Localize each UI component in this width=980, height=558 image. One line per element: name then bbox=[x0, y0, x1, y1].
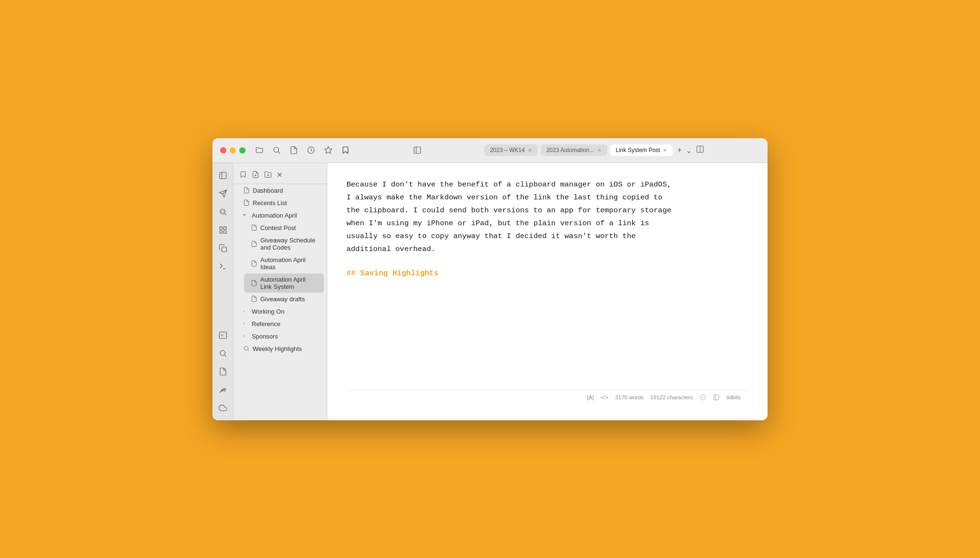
code-icon[interactable] bbox=[214, 327, 232, 344]
status-code: </> bbox=[601, 394, 609, 400]
svg-rect-3 bbox=[414, 147, 421, 153]
tab-actions: + ⌄ bbox=[677, 145, 704, 155]
characters-label: 19122 characters bbox=[650, 394, 693, 400]
status-mode: [A] bbox=[587, 394, 594, 400]
status-check bbox=[700, 394, 706, 401]
titlebar: 2023 – WK14 ✕ 2023 Automation... ✕ Link … bbox=[212, 138, 768, 163]
traffic-lights bbox=[220, 147, 245, 153]
svg-point-11 bbox=[220, 209, 225, 214]
close-button[interactable] bbox=[220, 147, 226, 153]
tab-overflow-button[interactable]: ⌄ bbox=[686, 146, 692, 155]
recents-label: Recents List bbox=[253, 199, 287, 207]
weekly-highlights-label: Weekly Highlights bbox=[253, 345, 302, 352]
tab-automation-label: 2023 Automation... bbox=[546, 147, 594, 153]
sidebar-toggle-icon[interactable] bbox=[413, 146, 422, 154]
svg-point-27 bbox=[244, 346, 248, 350]
tab-link-system-close[interactable]: ✕ bbox=[663, 147, 667, 153]
recent-icon[interactable] bbox=[307, 146, 315, 154]
new-doc-icon[interactable] bbox=[290, 146, 298, 154]
add-doc-icon[interactable] bbox=[252, 171, 259, 180]
words-label: 3170 words bbox=[615, 394, 644, 400]
sidebar-nav: ✕ Dashboard Recents List ▾ Automati bbox=[234, 163, 327, 420]
content-area[interactable]: Because I don't have the benefit of a cl… bbox=[327, 163, 768, 420]
app-window: 2023 – WK14 ✕ 2023 Automation... ✕ Link … bbox=[212, 138, 768, 420]
nav-item-weekly-highlights[interactable]: Weekly Highlights bbox=[236, 343, 324, 355]
terminal-icon[interactable] bbox=[214, 258, 232, 275]
image-search-icon[interactable] bbox=[214, 203, 232, 220]
cloud-icon[interactable] bbox=[214, 399, 232, 416]
chevron-down-icon: ▾ bbox=[243, 212, 249, 218]
minimize-button[interactable] bbox=[230, 147, 236, 153]
split-view-button[interactable] bbox=[696, 145, 704, 155]
maximize-button[interactable] bbox=[239, 147, 245, 153]
bookmark-icon[interactable] bbox=[341, 146, 350, 154]
nav-item-recents[interactable]: Recents List bbox=[236, 197, 324, 209]
sidebar-toggle-button[interactable] bbox=[214, 167, 232, 184]
heading-prefix: ## bbox=[346, 269, 360, 278]
leaf-icon[interactable] bbox=[214, 381, 232, 398]
nav-group-working-on[interactable]: › Working On bbox=[236, 306, 324, 317]
new-tab-button[interactable]: + bbox=[677, 146, 681, 154]
chevron-right-icon-2: › bbox=[243, 321, 249, 327]
contest-post-label: Contest Post bbox=[260, 224, 296, 231]
copy-icon[interactable] bbox=[214, 240, 232, 257]
mode-label: [A] bbox=[587, 394, 594, 400]
nav-group-automation-april[interactable]: ▾ Automation April bbox=[236, 209, 324, 221]
automation-ideas-label: Automation April Ideas bbox=[260, 256, 317, 271]
tab-link-system[interactable]: Link System Post ✕ bbox=[610, 144, 673, 156]
svg-marker-2 bbox=[325, 147, 332, 153]
nav-item-giveaway-drafts[interactable]: Giveaway drafts bbox=[244, 293, 324, 305]
doc-icon[interactable] bbox=[214, 363, 232, 380]
nav-item-link-system[interactable]: Automation April Link System bbox=[244, 274, 324, 293]
sidebar-nav-toolbar: ✕ bbox=[234, 167, 327, 184]
tab-automation-close[interactable]: ✕ bbox=[597, 147, 601, 153]
svg-rect-15 bbox=[220, 230, 222, 233]
svg-rect-14 bbox=[223, 227, 226, 229]
content-paragraph: Because I don't have the benefit of a cl… bbox=[346, 178, 672, 256]
heading-text: Saving Highlights bbox=[360, 269, 438, 278]
svg-rect-29 bbox=[714, 395, 719, 400]
main-area: ✕ Dashboard Recents List ▾ Automati bbox=[212, 163, 768, 420]
nav-group-automation-april-children: Contest Post Giveaway Schedule and Codes… bbox=[234, 222, 327, 305]
search-sidebar-icon[interactable] bbox=[214, 345, 232, 362]
sidebar-icon-strip bbox=[212, 163, 234, 420]
sponsors-label: Sponsors bbox=[252, 333, 278, 340]
reference-label: Reference bbox=[252, 320, 280, 328]
code-label: </> bbox=[601, 394, 609, 400]
star-icon[interactable] bbox=[324, 146, 333, 154]
nav-item-giveaway-schedule[interactable]: Giveaway Schedule and Codes bbox=[244, 234, 324, 253]
status-bar: [A] </> 3170 words 19122 characters bbox=[346, 390, 748, 405]
nav-item-automation-ideas[interactable]: Automation April Ideas bbox=[244, 254, 324, 273]
add-folder-icon[interactable] bbox=[264, 171, 272, 180]
giveaway-schedule-label: Giveaway Schedule and Codes bbox=[260, 237, 317, 251]
svg-rect-7 bbox=[220, 172, 226, 179]
grid-icon[interactable] bbox=[214, 221, 232, 239]
search-icon[interactable] bbox=[272, 146, 281, 154]
status-workspace: tidbits bbox=[726, 394, 741, 400]
close-sidebar-icon[interactable]: ✕ bbox=[277, 171, 283, 179]
status-words: 3170 words bbox=[615, 394, 644, 400]
nav-item-dashboard[interactable]: Dashboard bbox=[236, 185, 324, 197]
svg-rect-16 bbox=[223, 230, 226, 233]
svg-point-22 bbox=[220, 350, 225, 356]
workspace-label: tidbits bbox=[726, 394, 741, 400]
nav-group-reference[interactable]: › Reference bbox=[236, 318, 324, 330]
folder-icon[interactable] bbox=[255, 146, 264, 154]
content-heading: ## Saving Highlights bbox=[346, 269, 748, 278]
nav-item-contest-post[interactable]: Contest Post bbox=[244, 222, 324, 234]
send-icon[interactable] bbox=[214, 185, 232, 202]
nav-group-sponsors[interactable]: › Sponsors bbox=[236, 330, 324, 342]
tab-wk14-close[interactable]: ✕ bbox=[528, 147, 532, 153]
automation-april-label: Automation April bbox=[252, 212, 297, 219]
dashboard-label: Dashboard bbox=[253, 187, 283, 194]
tab-wk14[interactable]: 2023 – WK14 ✕ bbox=[484, 144, 538, 156]
tab-automation[interactable]: 2023 Automation... ✕ bbox=[541, 144, 607, 156]
sidebar: ✕ Dashboard Recents List ▾ Automati bbox=[212, 163, 327, 420]
bookmark-nav-icon[interactable] bbox=[239, 171, 247, 180]
tab-wk14-label: 2023 – WK14 bbox=[490, 147, 525, 153]
svg-rect-13 bbox=[220, 227, 222, 229]
svg-rect-17 bbox=[222, 247, 226, 252]
sidebar-content: ✕ Dashboard Recents List ▾ Automati bbox=[212, 163, 327, 420]
tabs-area: 2023 – WK14 ✕ 2023 Automation... ✕ Link … bbox=[427, 144, 760, 156]
tab-link-system-label: Link System Post bbox=[616, 147, 660, 153]
